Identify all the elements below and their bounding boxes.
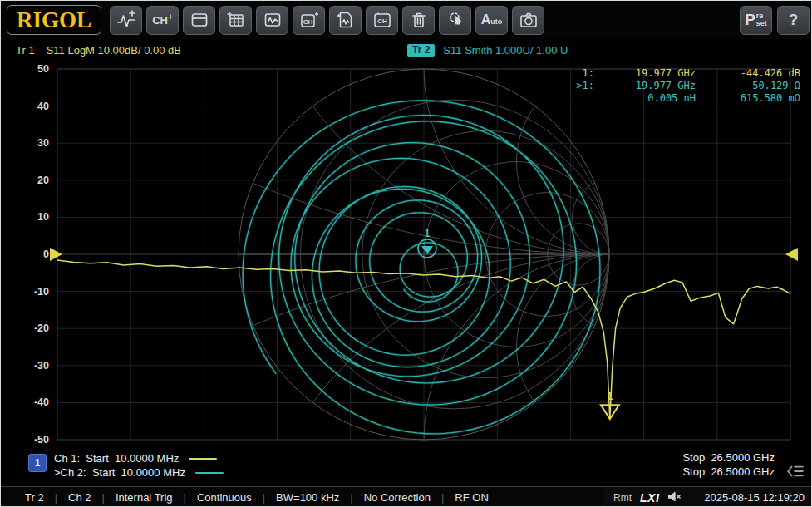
help-button[interactable]: ?: [777, 6, 810, 35]
channel-manager-icon: CH: [372, 11, 392, 29]
collapse-menu-icon[interactable]: [786, 465, 805, 480]
window-layout-button[interactable]: [183, 6, 215, 35]
ref-level-right-indicator[interactable]: [785, 248, 798, 261]
trace-window-icon: [263, 11, 283, 29]
lxi-logo: LXI: [640, 491, 659, 505]
delete-button[interactable]: [402, 6, 435, 35]
speaker-muted-icon[interactable]: [667, 490, 682, 505]
trace1-header[interactable]: Tr 1S11 LogM 10.00dB/ 0.00 dB: [16, 44, 181, 57]
channel-info: 1 Ch 1: Start 10.0000 MHzStop 26.5000 GH…: [1, 448, 812, 483]
marker-readout-row2-label: >1:: [563, 80, 594, 92]
save-trace-icon: [336, 11, 356, 29]
status-item-internal-trig[interactable]: Internal Trig: [105, 491, 184, 504]
add-channel-window-button[interactable]: CH: [293, 6, 325, 35]
rigol-logo: RIGOL: [7, 5, 101, 35]
svg-text:CH: CH: [303, 18, 312, 26]
auto-icon: Auto: [481, 13, 503, 27]
auto-button[interactable]: Auto: [475, 6, 508, 35]
touch-button[interactable]: [439, 6, 471, 35]
remote-status: Rmt: [613, 492, 632, 504]
marker-readout-row3-freq: 0.005 nH: [594, 92, 696, 105]
trace-window-button[interactable]: [256, 6, 288, 35]
svg-text:CH: CH: [377, 17, 387, 25]
marker1-tr2-label: 1: [424, 228, 430, 239]
marker-table-icon: [226, 11, 246, 29]
marker-table-button[interactable]: [219, 6, 252, 35]
delete-icon: [409, 11, 429, 29]
status-item-tr-2[interactable]: Tr 2: [14, 491, 55, 504]
datetime: 2025-08-15 12:19:20: [704, 491, 805, 504]
marker-readout-row3-value: 615.580 mΩ: [696, 92, 800, 105]
marker-readout-row2-freq: 19.977 GHz: [594, 80, 696, 92]
status-items: Tr 2|Ch 2|Internal Trig|Continuous|BW=10…: [1, 491, 500, 504]
toolbar-right: P reset ?: [740, 6, 810, 35]
y-tick--20: -20: [11, 322, 49, 335]
status-item-bw-100-khz[interactable]: BW=100 kHz: [265, 491, 350, 504]
y-tick-0: 0: [11, 248, 49, 261]
trace1-id: Tr 1: [16, 44, 35, 57]
add-channel-button[interactable]: CH+: [146, 6, 179, 35]
marker-readout-row3-label: [563, 92, 594, 105]
status-item-ch-2[interactable]: Ch 2: [57, 491, 101, 504]
marker-readout-row1-label: 1:: [563, 67, 594, 80]
toolbar-buttons: CH+CHCHAuto: [110, 6, 544, 35]
marker-readout-row1-value: -44.426 dB: [696, 67, 800, 80]
trace1-format: S11 LogM 10.00dB/ 0.00 dB: [47, 44, 181, 57]
y-tick-10: 10: [11, 210, 49, 224]
channel-2-trace-swatch: [195, 472, 224, 474]
channel-2-start-label: >Ch 2: Start 10.0000 MHz: [54, 466, 185, 479]
y-tick--50: -50: [11, 433, 49, 446]
status-right: Rmt LXI 2025-08-15 12:19:20: [603, 487, 812, 507]
channel-1-trace-swatch: [189, 458, 217, 460]
y-tick--30: -30: [11, 359, 49, 372]
marker-readout-row1-freq: 19.977 GHz: [594, 67, 696, 80]
channel-1-start-label: Ch 1: Start 10.0000 MHz: [54, 452, 179, 465]
ref-level-left-indicator[interactable]: [50, 248, 62, 261]
marker-readout-row2-value: 50.129 Ω: [696, 80, 800, 92]
channel-1-stop-label: Stop 26.5000 GHz: [682, 451, 775, 465]
marker-readout: 1:19.977 GHz-44.426 dB>1:19.977 GHz50.12…: [563, 67, 800, 105]
marker1-tr1-label: 1: [607, 391, 613, 402]
save-trace-button[interactable]: [329, 6, 362, 35]
trace2-header[interactable]: Tr 2S11 Smith 1.000U/ 1.00 U: [407, 44, 568, 57]
trace2-format: S11 Smith 1.000U/ 1.00 U: [443, 44, 568, 57]
vna-screen: 11 RIGOL CH+CHCHAuto P reset ? Tr 1S11 L…: [0, 0, 812, 507]
toolbar: RIGOL CH+CHCHAuto P reset ?: [1, 1, 812, 39]
screenshot-button[interactable]: [512, 6, 544, 35]
channel-1-info[interactable]: Ch 1: Start 10.0000 MHz: [54, 451, 217, 465]
screenshot-icon: [519, 11, 539, 29]
channel-manager-button[interactable]: CH: [366, 6, 398, 35]
trace2-badge: Tr 2: [407, 44, 435, 57]
status-item-rf-on[interactable]: RF ON: [444, 491, 499, 504]
touch-icon: [445, 11, 465, 29]
add-channel-window-icon: CH: [299, 11, 319, 29]
status-item-continuous[interactable]: Continuous: [186, 491, 263, 504]
marker1-tr2-glyph[interactable]: [421, 246, 433, 254]
y-tick-20: 20: [11, 174, 49, 187]
add-trace-icon: [116, 10, 137, 30]
add-channel-icon: CH+: [152, 13, 173, 26]
y-tick--40: -40: [11, 396, 49, 409]
status-item-no-correction[interactable]: No Correction: [353, 491, 441, 504]
window-layout-icon: [189, 11, 209, 29]
channel-2-stop-label: Stop 26.5000 GHz: [682, 465, 775, 480]
y-tick-50: 50: [11, 62, 49, 76]
status-bar: Tr 2|Ch 2|Internal Trig|Continuous|BW=10…: [1, 486, 812, 507]
channel-2-info[interactable]: >Ch 2: Start 10.0000 MHz: [54, 465, 224, 480]
window-badge[interactable]: 1: [28, 454, 47, 472]
add-trace-button[interactable]: [110, 6, 142, 35]
y-tick-30: 30: [11, 136, 49, 150]
y-tick-40: 40: [11, 100, 49, 113]
trace-headers: Tr 1S11 LogM 10.00dB/ 0.00 dB Tr 2S11 Sm…: [1, 42, 812, 59]
y-tick--10: -10: [11, 285, 49, 298]
preset-label: P: [745, 11, 755, 29]
preset-button[interactable]: P reset: [740, 6, 772, 35]
